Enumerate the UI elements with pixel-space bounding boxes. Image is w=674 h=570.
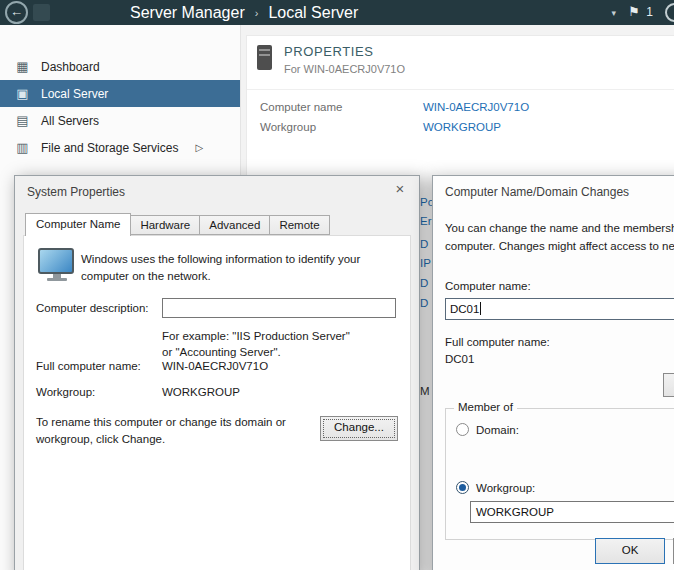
full-computer-name-label: Full computer name:: [36, 360, 141, 372]
refresh-icon[interactable]: [665, 3, 674, 22]
properties-subtitle: For WIN-0AECRJ0V71O: [284, 63, 405, 75]
workgroup-link[interactable]: WORKGROUP: [423, 121, 501, 133]
member-of-label: Member of: [454, 401, 517, 413]
full-computer-name-value: WIN-0AECRJ0V71O: [162, 360, 268, 372]
workgroup-input-value: WORKGROUP: [476, 506, 554, 518]
dialog-title: Computer Name/Domain Changes: [445, 185, 629, 199]
chevron-right-icon: ▷: [195, 142, 203, 153]
property-row: Computer name WIN-0AECRJ0V71O: [260, 101, 660, 113]
dialog-title: System Properties: [27, 185, 125, 199]
workgroup-input[interactable]: WORKGROUP: [470, 501, 674, 523]
properties-title: PROPERTIES: [284, 44, 374, 59]
radio-unchecked-icon: [456, 423, 469, 436]
ok-button[interactable]: OK: [595, 538, 665, 564]
tab-remote[interactable]: Remote: [269, 215, 329, 235]
full-computer-name-label: Full computer name:: [445, 336, 550, 348]
computer-name-label: Computer name:: [445, 280, 531, 292]
back-button[interactable]: ←: [5, 1, 28, 24]
sidebar-item-label: Local Server: [41, 87, 108, 101]
servers-icon: ▤: [15, 113, 30, 128]
clipped-text: IP: [420, 257, 431, 269]
sidebar-item-label: File and Storage Services: [41, 141, 178, 155]
sidebar-item-label: Dashboard: [41, 60, 100, 74]
app-icon: [33, 4, 50, 21]
breadcrumb: Server Manager › Local Server: [130, 0, 358, 25]
clipped-text: M: [420, 385, 430, 397]
tab-advanced[interactable]: Advanced: [199, 215, 270, 235]
sidebar-item-dashboard[interactable]: ▦ Dashboard: [0, 53, 240, 80]
nav-list: ▦ Dashboard ▣ Local Server ▤ All Servers…: [0, 53, 240, 161]
property-label: Workgroup: [260, 121, 316, 133]
close-icon[interactable]: ×: [388, 179, 412, 199]
more-button-partial[interactable]: [663, 373, 674, 397]
notification-count: 1: [646, 5, 653, 19]
intro-line: computer. Changes might affect access to…: [445, 238, 674, 256]
monitor-icon: [38, 248, 76, 281]
server-icon: ▣: [15, 86, 30, 101]
notifications-flag-icon[interactable]: ⚑: [628, 4, 640, 19]
system-properties-dialog: System Properties × Computer Name Hardwa…: [14, 175, 420, 570]
intro-line: You can change the name and the membersh…: [445, 220, 674, 238]
server-tile-icon: [257, 45, 272, 70]
property-label: Computer name: [260, 101, 342, 113]
clipped-text: D: [420, 238, 428, 250]
computer-description-label: Computer description:: [36, 302, 149, 314]
breadcrumb-current[interactable]: Local Server: [268, 4, 358, 22]
dashboard-icon: ▦: [15, 59, 30, 74]
property-row: Workgroup WORKGROUP: [260, 121, 660, 133]
workgroup-radio-label: Workgroup:: [476, 482, 535, 494]
example-text: For example: "IIS Production Server" or …: [162, 328, 362, 360]
title-bar: ← Server Manager › Local Server ▾ ⚑ 1: [0, 0, 674, 25]
intro-text: Windows uses the following information t…: [81, 251, 403, 284]
tab-computer-name[interactable]: Computer Name: [25, 213, 131, 236]
radio-checked-icon: [456, 481, 469, 494]
member-of-groupbox: Member of Domain: Workgroup: WORKGROUP: [445, 408, 674, 540]
tab-strip: Computer Name Hardware Advanced Remote: [25, 211, 329, 235]
computer-description-input[interactable]: [162, 298, 396, 318]
server-manager-window: ← Server Manager › Local Server ▾ ⚑ 1 ▦ …: [0, 0, 674, 570]
workgroup-label: Workgroup:: [36, 386, 95, 398]
sidebar-item-all-servers[interactable]: ▤ All Servers: [0, 107, 240, 134]
chevron-down-icon[interactable]: ▾: [611, 8, 616, 18]
computer-name-tab-panel: Windows uses the following information t…: [23, 235, 411, 570]
computer-name-input[interactable]: DC01: [445, 298, 674, 320]
name-domain-changes-dialog: Computer Name/Domain Changes You can cha…: [432, 175, 674, 570]
breadcrumb-separator-icon: ›: [255, 7, 259, 19]
rename-hint-text: To rename this computer or change its do…: [36, 414, 312, 447]
storage-icon: ▥: [15, 140, 30, 155]
sidebar-item-file-storage-services[interactable]: ▥ File and Storage Services ▷: [0, 134, 240, 161]
clipped-text: D: [420, 297, 428, 309]
breadcrumb-root[interactable]: Server Manager: [130, 4, 245, 22]
divider: [247, 89, 674, 90]
intro-text: You can change the name and the membersh…: [445, 220, 674, 256]
text-caret: [480, 302, 481, 315]
sidebar-item-local-server[interactable]: ▣ Local Server: [0, 80, 240, 107]
clipped-text: Er: [420, 215, 432, 227]
back-icon: ←: [10, 4, 23, 19]
domain-radio-label: Domain:: [476, 424, 519, 436]
sidebar-item-label: All Servers: [41, 114, 99, 128]
computer-name-link[interactable]: WIN-0AECRJ0V71O: [423, 101, 529, 113]
workgroup-value: WORKGROUP: [162, 386, 240, 398]
change-button[interactable]: Change...: [320, 416, 398, 441]
domain-radio[interactable]: Domain:: [456, 423, 519, 436]
tab-hardware[interactable]: Hardware: [130, 215, 200, 235]
workgroup-radio[interactable]: Workgroup:: [456, 481, 535, 494]
computer-name-value: DC01: [450, 303, 479, 315]
full-computer-name-value: DC01: [445, 353, 474, 365]
clipped-text: D: [420, 277, 428, 289]
